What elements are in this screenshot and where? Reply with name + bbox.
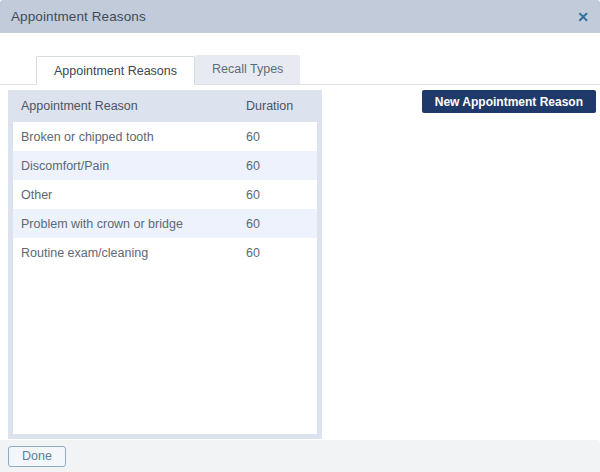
tab-recall-types[interactable]: Recall Types: [195, 55, 300, 84]
row-reason: Other: [21, 188, 246, 202]
row-duration: 60: [246, 188, 309, 202]
table-row[interactable]: Problem with crown or bridge 60: [13, 209, 317, 238]
dialog-title: Appointment Reasons: [11, 9, 146, 24]
dialog-footer: Done: [0, 440, 600, 472]
dialog-header: Appointment Reasons ✕: [0, 0, 600, 33]
row-reason: Discomfort/Pain: [21, 159, 246, 173]
appointment-reasons-panel: Appointment Reason Duration Broken or ch…: [8, 90, 322, 439]
column-header-duration: Duration: [246, 99, 309, 113]
new-appointment-reason-button[interactable]: New Appointment Reason: [422, 90, 596, 113]
table-row[interactable]: Discomfort/Pain 60: [13, 151, 317, 180]
done-button[interactable]: Done: [8, 446, 66, 467]
table-row[interactable]: Broken or chipped tooth 60: [13, 122, 317, 151]
row-reason: Routine exam/cleaning: [21, 246, 246, 260]
row-reason: Problem with crown or bridge: [21, 217, 246, 231]
close-icon[interactable]: ✕: [577, 10, 589, 24]
table-row[interactable]: Other 60: [13, 180, 317, 209]
tabs-bar: Appointment Reasons Recall Types: [0, 55, 600, 85]
table-body: Broken or chipped tooth 60 Discomfort/Pa…: [13, 122, 317, 434]
row-duration: 60: [246, 159, 309, 173]
row-reason: Broken or chipped tooth: [21, 130, 246, 144]
table-header: Appointment Reason Duration: [13, 90, 317, 122]
column-header-reason: Appointment Reason: [21, 99, 246, 113]
row-duration: 60: [246, 217, 309, 231]
row-duration: 60: [246, 130, 309, 144]
tab-appointment-reasons[interactable]: Appointment Reasons: [36, 56, 195, 85]
table-row[interactable]: Routine exam/cleaning 60: [13, 238, 317, 267]
row-duration: 60: [246, 246, 309, 260]
